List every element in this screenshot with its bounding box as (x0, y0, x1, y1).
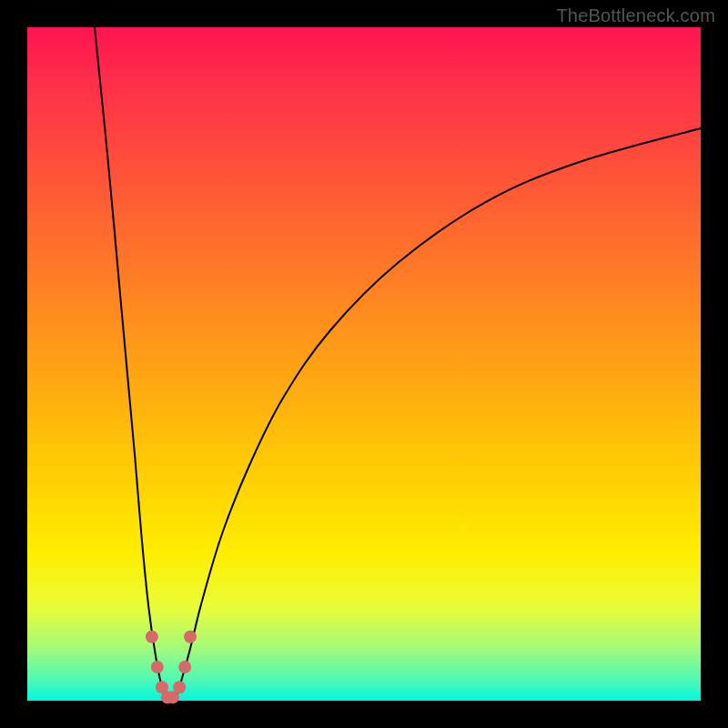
watermark-text: TheBottleneck.com (556, 5, 715, 26)
curve-left-branch (95, 27, 168, 701)
marker-dot (151, 661, 164, 673)
plot-area (27, 27, 701, 701)
marker-dot (178, 661, 191, 673)
marker-dot (184, 631, 197, 643)
outer-frame: TheBottleneck.com (0, 0, 728, 728)
marker-dot (173, 681, 186, 693)
curve-right-branch (176, 128, 701, 701)
chart-svg (27, 27, 701, 701)
marker-dot (146, 631, 158, 643)
marker-group (146, 631, 197, 704)
